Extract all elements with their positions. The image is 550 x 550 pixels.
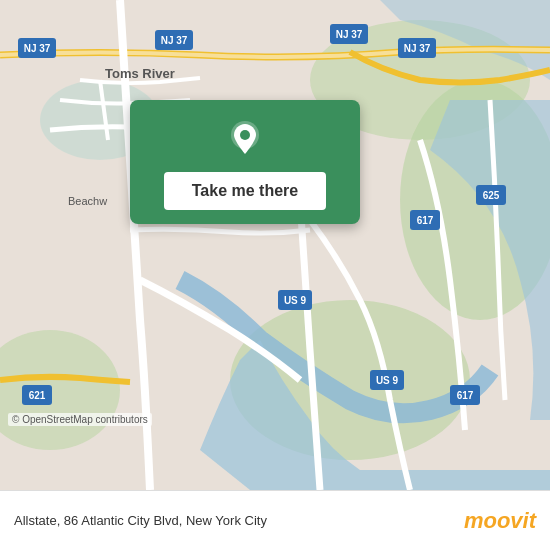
- map-container: NJ 37 NJ 37 NJ 37 NJ 37 US 9 US 9 617 61…: [0, 0, 550, 490]
- svg-text:NJ 37: NJ 37: [161, 35, 188, 46]
- svg-text:NJ 37: NJ 37: [404, 43, 431, 54]
- location-pin-icon: [224, 118, 266, 160]
- svg-text:617: 617: [457, 390, 474, 401]
- svg-text:NJ 37: NJ 37: [24, 43, 51, 54]
- address-text: Allstate, 86 Atlantic City Blvd, New Yor…: [14, 513, 464, 528]
- moovit-logo-text: moovit: [464, 508, 536, 534]
- svg-text:US 9: US 9: [376, 375, 399, 386]
- svg-text:617: 617: [417, 215, 434, 226]
- svg-text:621: 621: [29, 390, 46, 401]
- navigation-card: Take me there: [130, 100, 360, 224]
- moovit-logo: moovit: [464, 508, 536, 534]
- copyright-text: © OpenStreetMap contributors: [8, 413, 152, 426]
- svg-text:Toms River: Toms River: [105, 66, 175, 81]
- svg-text:Beachw: Beachw: [68, 195, 107, 207]
- bottom-bar: Allstate, 86 Atlantic City Blvd, New Yor…: [0, 490, 550, 550]
- svg-point-29: [240, 130, 250, 140]
- svg-text:US 9: US 9: [284, 295, 307, 306]
- take-me-there-button[interactable]: Take me there: [164, 172, 326, 210]
- svg-text:625: 625: [483, 190, 500, 201]
- svg-text:NJ 37: NJ 37: [336, 29, 363, 40]
